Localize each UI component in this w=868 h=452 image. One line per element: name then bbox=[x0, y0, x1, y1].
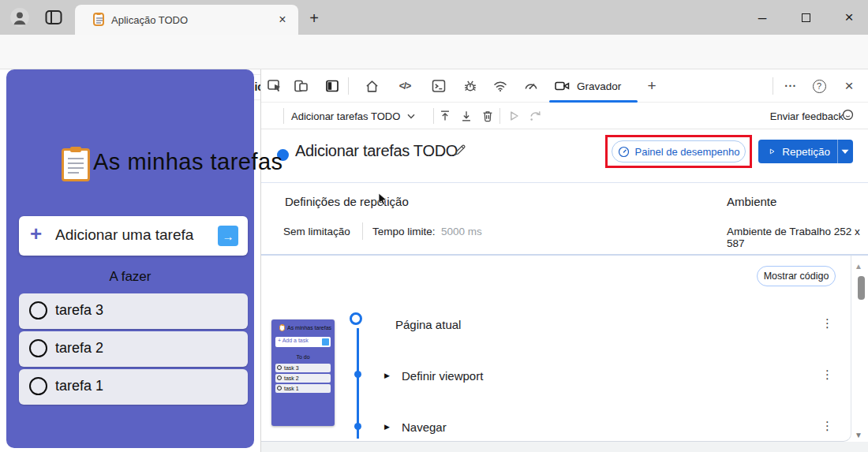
scrollbar-thumb[interactable] bbox=[858, 276, 865, 300]
replay-settings-section: Definições de repetição Sem limitação Te… bbox=[261, 183, 868, 254]
devtools-tab-recorder[interactable]: Gravador bbox=[549, 69, 638, 103]
devtools-tab-home[interactable] bbox=[361, 75, 383, 97]
task-item[interactable]: tarefa 1 bbox=[19, 369, 248, 405]
bug-icon bbox=[462, 78, 478, 94]
edit-title-button[interactable] bbox=[451, 140, 470, 159]
delete-recording-button[interactable] bbox=[477, 106, 498, 126]
resume-button-disabled[interactable] bbox=[525, 106, 545, 126]
browser-tab[interactable]: Aplicação TODO × bbox=[75, 5, 298, 35]
devtools-tab-issues[interactable] bbox=[459, 75, 481, 97]
devtools-help-button[interactable]: ? bbox=[808, 75, 830, 97]
inspect-element-button[interactable] bbox=[264, 75, 286, 97]
step-set-viewport[interactable]: Definir viewport bbox=[402, 369, 483, 383]
toolbar-divider bbox=[433, 108, 434, 124]
app-title: As minhas tarefas bbox=[93, 149, 283, 175]
send-feedback-button[interactable]: Enviar feedback bbox=[770, 103, 855, 129]
profile-avatar[interactable] bbox=[9, 7, 30, 28]
browser-address-toolbar: ← → https://microsoftedge.github.io/D bbox=[0, 35, 868, 69]
chevron-down-icon bbox=[407, 114, 415, 119]
recorder-toolbar: Adicionar tarefas TODO bbox=[261, 103, 868, 129]
window-minimize-button[interactable]: – bbox=[750, 6, 774, 29]
dock-panel-icon bbox=[324, 78, 340, 94]
toolbar-divider bbox=[773, 77, 773, 95]
performance-panel-button[interactable]: Painel de desempenho bbox=[612, 140, 746, 162]
task-item[interactable]: tarefa 3 bbox=[19, 293, 248, 329]
step-menu-button[interactable]: ⋮ bbox=[821, 317, 833, 329]
chevron-down-icon bbox=[841, 149, 849, 155]
devtools-more-tabs-button[interactable]: + bbox=[641, 75, 663, 97]
replay-label: Repetição bbox=[782, 146, 830, 158]
mini-task-item: task 3 bbox=[275, 364, 331, 372]
arrow-right-icon: → bbox=[223, 230, 234, 243]
resume-icon bbox=[528, 109, 542, 123]
export-icon bbox=[459, 109, 473, 123]
task-label: tarefa 1 bbox=[55, 378, 103, 394]
task-item[interactable]: tarefa 2 bbox=[19, 331, 248, 367]
task-checkbox[interactable] bbox=[29, 301, 47, 319]
dock-side-button[interactable] bbox=[321, 75, 343, 97]
replay-options-dropdown[interactable] bbox=[838, 140, 853, 163]
help-icon: ? bbox=[813, 80, 826, 93]
window-close-button[interactable]: × bbox=[837, 6, 861, 29]
devtools-tab-elements[interactable]: </> bbox=[394, 75, 416, 97]
workspaces-button[interactable] bbox=[44, 9, 63, 26]
expand-step-icon[interactable]: ▶ bbox=[384, 423, 390, 431]
browser-titlebar: Aplicação TODO × + – × bbox=[0, 0, 868, 35]
maximize-icon bbox=[802, 13, 810, 22]
step-navigate[interactable]: Navegar bbox=[402, 420, 447, 434]
show-code-button[interactable]: Mostrar código bbox=[757, 266, 836, 286]
scrollbar-up-button[interactable]: ▲ bbox=[855, 262, 862, 271]
recording-select-dropdown[interactable]: Adicionar tarefas TODO bbox=[291, 103, 415, 129]
new-tab-button[interactable]: + bbox=[304, 8, 324, 28]
panel-bottom-strip bbox=[261, 442, 868, 452]
device-emulation-button[interactable] bbox=[290, 75, 312, 97]
import-recording-button[interactable] bbox=[435, 106, 455, 126]
replay-step-button-disabled[interactable] bbox=[503, 106, 524, 126]
show-code-label: Mostrar código bbox=[764, 271, 829, 282]
timeout-value: 5000 ms bbox=[441, 226, 482, 237]
toolbar-divider bbox=[283, 108, 284, 124]
recording-title: Adicionar tarefas TODO bbox=[295, 142, 458, 160]
replay-button[interactable]: Repetição bbox=[758, 140, 853, 163]
devtools-customize-button[interactable]: ··· bbox=[780, 75, 802, 97]
task-checkbox[interactable] bbox=[29, 377, 47, 395]
devtools-close-button[interactable]: × bbox=[838, 75, 860, 97]
page-thumbnail: As minhas tarefas + Add a task To do tas… bbox=[271, 319, 335, 426]
tutorial-highlight-box: Painel de desempenho bbox=[605, 135, 752, 168]
toolbar-divider bbox=[499, 108, 500, 124]
environment-value: Ambiente de Trabalho 252 x 587 bbox=[727, 226, 868, 249]
devtools-tab-network[interactable] bbox=[489, 75, 511, 97]
pencil-icon bbox=[453, 143, 467, 157]
submit-task-button[interactable]: → bbox=[218, 226, 238, 246]
toolbar-divider bbox=[348, 77, 349, 95]
task-checkbox[interactable] bbox=[29, 339, 47, 357]
step-menu-button[interactable]: ⋮ bbox=[821, 368, 833, 380]
step-menu-button[interactable]: ⋮ bbox=[821, 420, 833, 431]
devtools-tab-performance[interactable] bbox=[520, 75, 542, 97]
expand-step-icon[interactable]: ▶ bbox=[384, 372, 390, 379]
export-recording-button[interactable] bbox=[456, 106, 477, 126]
window-maximize-button[interactable] bbox=[794, 6, 817, 29]
devtools-panel: </> bbox=[260, 69, 868, 452]
step-current-page[interactable]: Página atual bbox=[395, 318, 461, 331]
mini-add-task-label: + Add a task bbox=[278, 338, 309, 343]
scrollbar-down-button[interactable]: ▼ bbox=[855, 431, 862, 439]
person-icon bbox=[9, 7, 30, 28]
tab-close-button[interactable]: × bbox=[274, 11, 291, 28]
play-icon bbox=[507, 109, 521, 123]
performance-gauge-icon bbox=[523, 78, 539, 94]
recorder-steps-panel: Mostrar código As minhas tarefas + Add a… bbox=[261, 256, 851, 442]
inspect-icon bbox=[267, 78, 282, 94]
replay-settings-heading: Definições de repetição bbox=[285, 195, 409, 208]
todo-app-panel: As minhas tarefas + Adicionar uma tarefa… bbox=[6, 69, 254, 448]
play-icon bbox=[768, 146, 776, 157]
recorder-header: Adicionar tarefas TODO Painel de desempe… bbox=[261, 129, 868, 183]
devtools-tabbar: </> bbox=[261, 69, 868, 103]
performance-gauge-icon bbox=[618, 146, 630, 158]
mouse-cursor-icon bbox=[378, 192, 388, 206]
send-feedback-label: Enviar feedback bbox=[770, 110, 844, 122]
add-task-button[interactable]: + Adicionar uma tarefa → bbox=[19, 216, 248, 256]
network-wifi-icon bbox=[492, 78, 508, 94]
app-clipboard-icon bbox=[62, 148, 90, 181]
devtools-tab-console[interactable] bbox=[428, 75, 450, 97]
